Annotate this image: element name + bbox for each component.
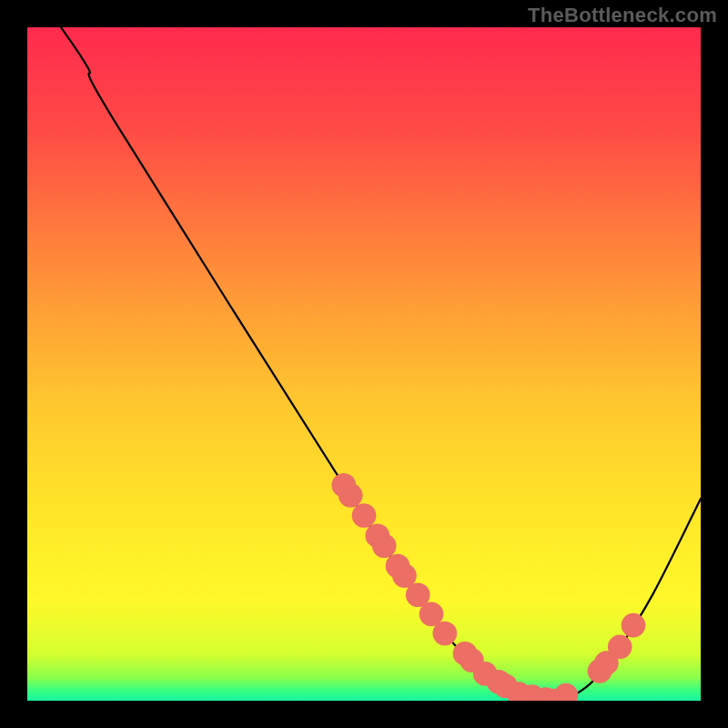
chart-svg: [27, 27, 701, 701]
scatter-marker: [432, 622, 457, 646]
scatter-marker: [622, 613, 646, 638]
chart-stage: TheBottleneck.com: [0, 0, 728, 728]
background-gradient: [27, 27, 701, 701]
scatter-marker: [352, 503, 377, 528]
scatter-marker: [608, 634, 632, 659]
chart-area: [27, 27, 701, 701]
scatter-marker: [339, 483, 363, 508]
watermark-text: TheBottleneck.com: [528, 4, 717, 27]
scatter-marker: [372, 533, 397, 558]
